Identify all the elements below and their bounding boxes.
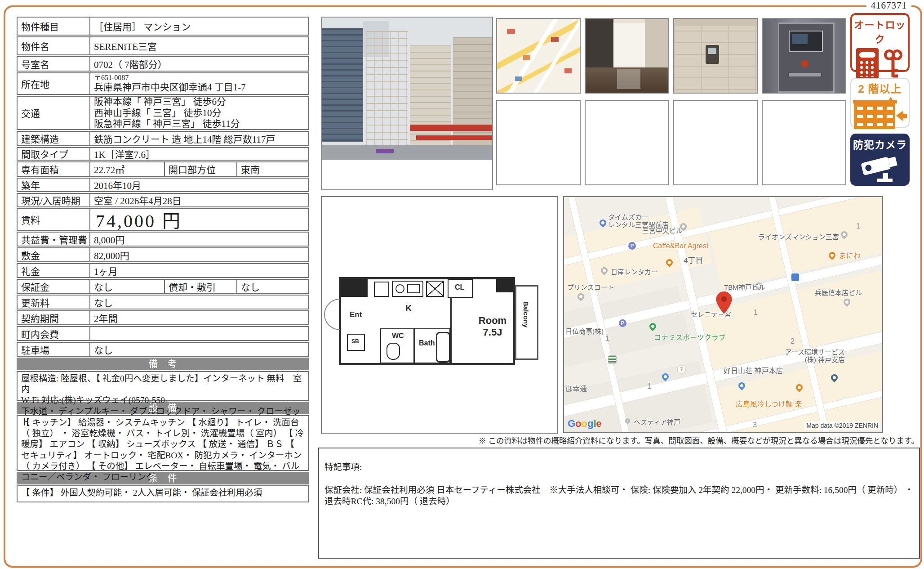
decor	[645, 19, 669, 72]
map-poi-label: コナミスポーツクラブ	[654, 334, 726, 342]
row-label: 現況/入居時期	[18, 194, 89, 206]
map-poi-label: プリンスコート	[567, 283, 614, 291]
map-poi-label: ヘスティア神戸	[634, 418, 680, 426]
map-poi-label: Caffe&Bar Agrest	[653, 242, 708, 250]
fp-toilet	[386, 343, 400, 360]
thumbnail-elevator-photo	[762, 18, 846, 94]
table-row: 物件名 SERENiTE三宮	[17, 36, 309, 55]
table-row: 更新料 なし	[17, 295, 309, 309]
transit-line: 阪急神戸線「 神戸三宮」 徒歩11分	[94, 118, 240, 130]
badge-security-camera: 防犯カメラ	[850, 134, 910, 186]
logo-letter: e	[596, 418, 602, 429]
map-block-number: 2	[791, 337, 795, 345]
fp-room-line2: 7.5J	[470, 327, 515, 338]
table-row: 保証金 なし 償却・敷引 なし	[17, 279, 309, 294]
table-row: 礼金 1ヶ月	[17, 263, 309, 278]
floor-plan: Ent SB CL K WC Bath Room 7.5J Balcony	[339, 272, 542, 367]
map-poi-label: 日仏商事(株)	[565, 327, 604, 335]
decor	[507, 29, 515, 34]
map-block-number: 3	[753, 421, 757, 429]
key-icon	[882, 48, 904, 81]
row-value: 2年間	[89, 311, 308, 324]
row-value: 82,000円	[89, 248, 308, 261]
table-row: 契約期間 2年間	[17, 310, 309, 325]
row-value: 2016年10月	[89, 179, 308, 191]
map-poi-label: 日産レンタカー	[611, 268, 658, 276]
decor	[708, 48, 716, 54]
thumbnail-empty	[496, 100, 581, 185]
fp-cl-label: CL	[455, 283, 464, 291]
badge-second-floor: 2 階以上	[850, 78, 910, 128]
row-value: 鉄筋コンクリート 造 地上14階 総戸数117戸	[89, 132, 308, 145]
destination-pin-icon	[716, 291, 732, 314]
location-map: タイムズカー レンタル三宮駅前店 三宮中央ビル ライオンズマンション三宮 1 C…	[563, 196, 883, 433]
row-value: 1K［洋室7.6］	[89, 148, 308, 160]
decor	[410, 125, 492, 131]
table-row: 間取タイプ 1K［洋室7.6］	[17, 147, 309, 161]
row-label: 号室名	[18, 57, 89, 71]
badge-autolock: オートロック	[850, 13, 910, 72]
logo-letter: o	[575, 418, 581, 429]
row-value: ［住居用］ マンション	[89, 18, 308, 35]
conditions-text: 【 条件】 外国人契約可能・ 2人入居可能・ 保証会社利用必須	[17, 485, 309, 502]
autolock-icons	[852, 48, 908, 81]
fp-balcony-label: Balcony	[522, 301, 530, 327]
row-value	[89, 327, 308, 340]
table-row: 賃料 74,000 円	[17, 208, 309, 231]
row-label: 物件種目	[18, 18, 89, 35]
map-poi-label: アース環境サービス (株) 神戸支店	[764, 348, 845, 364]
decor	[792, 34, 808, 44]
equipment-text: 【 キッチン】 給湯器・ システムキッチン 【 水廻り】 トイレ・ 洗面台（ 独…	[17, 415, 309, 471]
row-label: 更新料	[18, 296, 89, 309]
remarks-text: 屋根構造: 陸屋根、【 礼金0円へ変更しました】インターネット 無料 室内 W-…	[17, 371, 309, 401]
row-label: 建築構造	[18, 132, 89, 145]
table-row: 号室名 0702（ 7階部分）	[17, 56, 309, 72]
decor	[523, 55, 530, 60]
google-logo: Google	[568, 418, 602, 430]
floor-plan-box: Ent SB CL K WC Bath Room 7.5J Balcony	[321, 196, 558, 434]
fp-sb-label: SB	[351, 338, 359, 345]
map-poi-label: まにわ	[839, 252, 861, 260]
decor	[859, 52, 875, 58]
row-label: 共益費・管理費	[18, 233, 89, 246]
decor	[322, 28, 363, 142]
row-value: なし	[89, 343, 308, 356]
decor	[613, 23, 645, 67]
special-notes-text: 保証会社: 保証会社利用必須 日本セーフティー株式会社 ※大手法人相談可・ 保険…	[324, 484, 914, 507]
decor	[322, 145, 492, 160]
parking-icon: P	[628, 242, 636, 250]
table-row: 築年 2016年10月	[17, 178, 309, 192]
map-poi-label: 好日山荘 神戸本店	[724, 367, 783, 375]
row-label: 交通	[18, 97, 89, 129]
map-poi-label: 兵医信本店ビル	[815, 289, 862, 296]
intercom-icon	[856, 48, 879, 80]
table-row: 所在地 〒651-0087 兵庫県神戸市中央区御幸通4 丁目1-7	[17, 72, 309, 95]
decor	[497, 19, 580, 93]
decor	[674, 19, 757, 93]
table-row: 駐車場 なし	[17, 342, 309, 357]
fp-room-line1: Room	[470, 315, 515, 327]
row-label: 所在地	[18, 73, 89, 94]
parking-icon: P	[619, 319, 626, 327]
decor	[801, 60, 808, 67]
thumbnail-map-photo	[496, 18, 581, 94]
fp-k-label: K	[405, 303, 412, 314]
decor	[564, 68, 572, 73]
map-poi-label: TBM神戸ビル	[724, 283, 765, 291]
building-floor-icon	[853, 97, 907, 130]
remarks-header: 備 考	[17, 358, 309, 370]
thumbnail-empty	[585, 100, 669, 185]
map-poi-label: 広島風冷しつけ麺 楽	[736, 400, 802, 408]
row-label: 賃料	[18, 209, 89, 230]
decor	[674, 19, 758, 26]
map-poi-label: 三宮中央ビル	[642, 227, 683, 234]
row-value-2: 東南	[236, 162, 308, 176]
table-row: 共益費・管理費 8,000円	[17, 232, 309, 246]
decor	[551, 37, 559, 42]
decor	[617, 69, 640, 89]
fp-refrigerator-space	[426, 281, 444, 297]
logo-letter: G	[568, 418, 575, 429]
document-number: 4167371	[866, 0, 912, 11]
map-block-number: 1	[856, 222, 860, 230]
table-row: 建築構造 鉄筋コンクリート 造 地上14階 総戸数117戸	[17, 131, 309, 146]
